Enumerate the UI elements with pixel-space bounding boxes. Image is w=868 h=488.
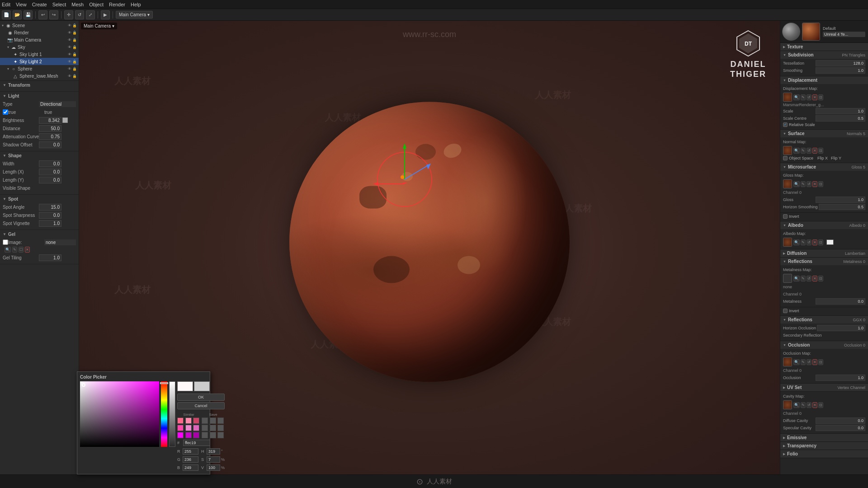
menu-select[interactable]: Select (52, 2, 66, 7)
occ-delete-icon[interactable]: ✕ (812, 359, 817, 365)
disp-scale-centre-input[interactable] (816, 115, 865, 122)
gel-search-icon[interactable]: 🔍 (5, 247, 11, 253)
tb-new[interactable]: 📄 (2, 10, 11, 19)
save-swatch-2[interactable] (210, 418, 216, 424)
disp-delete-icon[interactable]: ✕ (812, 94, 817, 100)
specular-cavity-input[interactable] (816, 425, 865, 431)
texture-header[interactable]: ▶ Texture (780, 43, 868, 51)
tb-render[interactable]: ▶ (101, 10, 110, 19)
norm-edit-icon[interactable]: ✎ (801, 148, 806, 154)
albedo-map-thumb[interactable] (783, 238, 792, 247)
surface-header[interactable]: ▼ Surface Normals 5 (780, 130, 868, 137)
menu-view[interactable]: View (16, 2, 27, 7)
gel-tiling-input[interactable] (39, 254, 61, 261)
length-y-input[interactable] (39, 177, 61, 183)
tb-scale[interactable]: ⤢ (86, 10, 95, 19)
attenuation-input[interactable] (39, 133, 61, 140)
gel-edit-icon[interactable]: ✎ (12, 247, 17, 253)
camera-label[interactable]: Main Camera ▾ (116, 11, 153, 19)
s-input[interactable] (207, 456, 220, 463)
brightness-input[interactable] (39, 117, 61, 124)
tb-rotate[interactable]: ↺ (75, 10, 84, 19)
disp-search-icon[interactable]: 🔍 (793, 94, 800, 100)
metal-search-icon[interactable]: 🔍 (793, 276, 800, 282)
swatch-7[interactable] (177, 432, 184, 438)
image-checkbox[interactable] (3, 239, 8, 245)
norm-settings-icon[interactable]: ⊡ (818, 148, 823, 154)
metal-reset-icon[interactable]: ↺ (807, 276, 811, 282)
folio-header[interactable]: ▶ Folio (780, 450, 868, 458)
disp-reset-icon[interactable]: ↺ (807, 94, 811, 100)
scene-item-render[interactable]: ◉ Render 👁 🔒 (0, 29, 79, 36)
metal-edit-icon[interactable]: ✎ (801, 276, 806, 282)
cav-settings-icon[interactable]: ⊡ (818, 402, 823, 408)
g-input[interactable] (183, 456, 198, 463)
gloss-input[interactable] (816, 197, 865, 203)
tb-move[interactable]: ✛ (64, 10, 73, 19)
distance-input[interactable] (39, 125, 61, 132)
emissive-header[interactable]: ▶ Emissive (780, 434, 868, 441)
light-header[interactable]: Light (3, 94, 76, 99)
swatch-8[interactable] (185, 432, 192, 438)
swatch-1[interactable] (177, 418, 184, 424)
albedo-delete-icon[interactable]: ✕ (812, 239, 817, 245)
gel-delete-icon[interactable]: ✕ (25, 247, 30, 253)
cav-reset-icon[interactable]: ↺ (807, 402, 811, 408)
gloss-settings-icon[interactable]: ⊡ (818, 181, 823, 187)
spot-header[interactable]: Spot (3, 197, 76, 202)
microsurface-header[interactable]: ▼ Microsurface Gloss 5 (780, 163, 868, 171)
albedo-header[interactable]: ▼ Albedo Albedo 0 (780, 221, 868, 229)
menu-help[interactable]: Help (131, 2, 141, 7)
metal-delete-icon[interactable]: ✕ (812, 276, 817, 282)
scene-item-skylight2[interactable]: ✦ Sky Light 2 👁 🔒 (0, 58, 79, 65)
horizon-occlusion-input[interactable] (817, 325, 865, 331)
occlusion-header[interactable]: ▼ Occlusion Occlusion 0 (780, 341, 868, 349)
scene-item-camera[interactable]: 📷 Main Camera 👁 🔒 (0, 36, 79, 43)
spot-sharpness-input[interactable] (39, 212, 61, 219)
save-swatch-3[interactable] (217, 418, 224, 424)
displacement-header[interactable]: ▼ Displacement (780, 76, 868, 84)
horizon-smoothing-input[interactable] (819, 204, 865, 210)
color-gradient-picker[interactable] (80, 381, 159, 447)
gloss-map-thumb[interactable] (783, 179, 792, 188)
occ-reset-icon[interactable]: ↺ (807, 359, 811, 365)
tb-open[interactable]: 📂 (13, 10, 22, 19)
color-alpha-bar[interactable] (169, 381, 175, 447)
scene-item-sphere[interactable]: ▾ ○ Sphere 👁 🔒 (0, 65, 79, 72)
color-hue-bar[interactable] (161, 381, 167, 447)
material-preview-sphere[interactable] (802, 23, 820, 41)
reflections-metalness-header[interactable]: ▼ Reflections Metalness 0 (780, 258, 868, 265)
shadow-offset-input[interactable] (39, 141, 61, 148)
occlusion-input[interactable] (816, 375, 865, 381)
save-swatch-5[interactable] (210, 425, 216, 431)
gloss-delete-icon[interactable]: ✕ (812, 181, 817, 187)
h-input[interactable] (207, 448, 220, 455)
swatch-6[interactable] (193, 425, 199, 431)
swatch-9[interactable] (193, 432, 199, 438)
brightness-color[interactable] (62, 117, 68, 123)
norm-search-icon[interactable]: 🔍 (793, 148, 800, 154)
reflections-ggx-header[interactable]: ▼ Reflections GGX 0 (780, 316, 868, 324)
save-swatch-1[interactable] (202, 418, 208, 424)
cast-shadows-checkbox[interactable] (3, 109, 8, 115)
save-swatch-8[interactable] (210, 432, 216, 438)
metal-settings-icon[interactable]: ⊡ (818, 276, 823, 282)
tb-redo[interactable]: ↪ (49, 10, 58, 19)
cavity-map-thumb[interactable] (783, 400, 792, 409)
menu-object[interactable]: Object (89, 2, 104, 7)
normal-map-thumb[interactable] (783, 146, 792, 155)
scene-item-skylight1[interactable]: ✦ Sky Light 1 👁 🔒 (0, 51, 79, 58)
invert2-checkbox[interactable] (783, 309, 788, 313)
save-swatch-6[interactable] (217, 425, 224, 431)
v-input[interactable] (207, 465, 220, 471)
gel-clear-icon[interactable]: ☐ (19, 247, 24, 253)
tessellation-input[interactable] (816, 60, 865, 66)
diffusion-header[interactable]: ▶ Diffusion Lambertian (780, 249, 868, 257)
norm-reset-icon[interactable]: ↺ (807, 148, 811, 154)
norm-delete-icon[interactable]: ✕ (812, 148, 817, 154)
uv-header[interactable]: ▶ UV Set Vertex Channel (780, 384, 868, 391)
width-input[interactable] (39, 160, 61, 167)
metalness-map-thumb[interactable] (783, 274, 792, 283)
albedo-reset-icon[interactable]: ↺ (807, 239, 811, 245)
occ-search-icon[interactable]: 🔍 (793, 359, 800, 365)
